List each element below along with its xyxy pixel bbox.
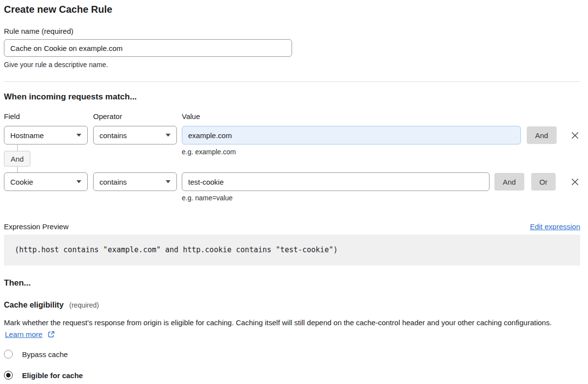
radio-selected-icon[interactable] <box>4 371 13 380</box>
section-divider <box>4 81 580 82</box>
operator-select-2-value: contains <box>99 178 127 186</box>
operator-select-1[interactable]: contains <box>93 126 177 144</box>
cache-eligibility-title: Cache eligibility <box>4 301 64 309</box>
caret-down-icon <box>76 134 81 137</box>
x-icon <box>570 177 580 187</box>
connector-and-toggle[interactable]: And <box>4 151 30 167</box>
rule-name-input[interactable] <box>4 39 292 57</box>
remove-condition-button-2[interactable] <box>569 176 580 187</box>
edit-expression-link[interactable]: Edit expression <box>530 222 580 231</box>
value-hint-2: e.g. name=value <box>182 194 580 202</box>
condition-column-labels: Field Operator Value <box>4 112 580 120</box>
rule-name-help: Give your rule a descriptive name. <box>4 61 580 69</box>
eligible-for-cache-option[interactable]: Eligible for cache <box>4 371 200 380</box>
condition-connector-zone: And e.g. example.com <box>4 144 580 172</box>
connector-line <box>17 144 18 151</box>
field-select-1-value: Hostname <box>10 131 44 140</box>
field-select-2[interactable]: Cookie <box>4 172 88 191</box>
value-input-2[interactable] <box>182 172 490 191</box>
value-input-1[interactable] <box>182 126 521 144</box>
condition-row-2: Cookie contains And Or <box>4 172 580 191</box>
expression-preview-label: Expression Preview <box>4 222 69 231</box>
add-and-condition-button-1[interactable]: And <box>527 126 557 144</box>
add-or-condition-button-2[interactable]: Or <box>531 173 556 191</box>
learn-more-link[interactable]: Learn more <box>5 330 43 338</box>
add-and-condition-button-2[interactable]: And <box>494 173 524 191</box>
external-link-icon <box>48 331 55 338</box>
caret-down-icon <box>166 180 171 183</box>
operator-column-label: Operator <box>93 112 182 120</box>
page-title: Create new Cache Rule <box>4 3 580 16</box>
field-select-1[interactable]: Hostname <box>4 126 88 144</box>
condition-row-1: Hostname contains And <box>4 126 580 144</box>
connector-line <box>17 167 18 172</box>
field-column-label: Field <box>4 112 93 120</box>
match-heading: When incoming requests match... <box>4 92 580 102</box>
cache-eligibility-heading: Cache eligibility (required) <box>4 300 580 310</box>
remove-condition-button-1[interactable] <box>569 130 580 141</box>
create-cache-rule-form: Create new Cache Rule Rule name (require… <box>0 0 588 380</box>
rule-name-label: Rule name (required) <box>4 27 580 35</box>
eligible-for-cache-label: Eligible for cache <box>22 371 83 380</box>
operator-select-1-value: contains <box>99 131 127 140</box>
value-hint-1: e.g. example.com <box>182 148 236 156</box>
radio-unselected-icon[interactable] <box>4 350 13 359</box>
description-text: Mark whether the request’s response from… <box>4 318 552 327</box>
expression-preview-code: (http.host contains "example.com" and ht… <box>4 235 580 265</box>
then-heading: Then... <box>4 278 580 288</box>
operator-select-2[interactable]: contains <box>93 172 177 191</box>
x-icon <box>570 131 580 140</box>
caret-down-icon <box>76 180 81 183</box>
cache-eligibility-description: Mark whether the request’s response from… <box>4 317 572 340</box>
value-column-label: Value <box>182 112 200 120</box>
bypass-cache-label: Bypass cache <box>22 350 68 359</box>
caret-down-icon <box>166 134 171 137</box>
required-note: (required) <box>69 301 99 309</box>
field-select-2-value: Cookie <box>10 178 33 186</box>
bypass-cache-option[interactable]: Bypass cache <box>4 350 200 359</box>
expression-preview-header: Expression Preview Edit expression <box>4 222 580 231</box>
